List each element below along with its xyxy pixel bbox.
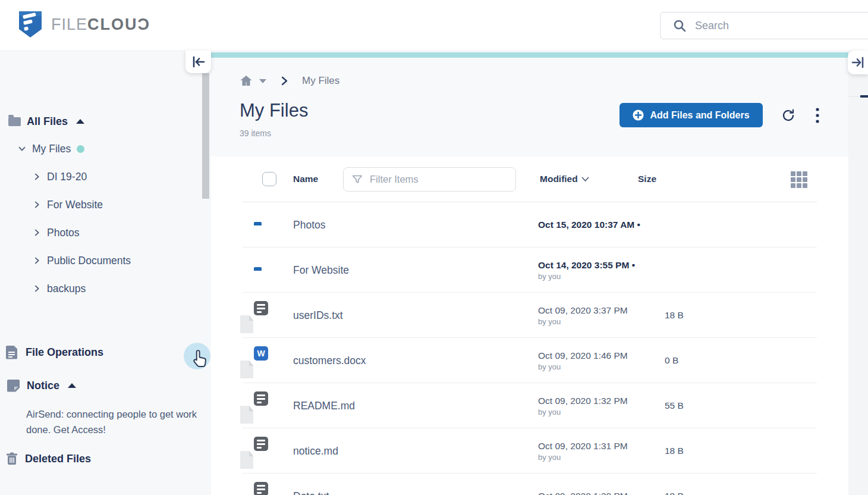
modified-by: by you — [538, 453, 669, 462]
logo-wordmark: FILECLOUƆ — [51, 15, 150, 34]
filecloud-shield-icon — [18, 10, 43, 39]
file-size: 0 B — [665, 355, 678, 366]
upload-progress-bar — [211, 52, 848, 58]
file-name[interactable]: userIDs.txt — [293, 309, 343, 322]
sort-chevron-icon — [581, 177, 589, 182]
file-size: 18 B — [665, 491, 684, 495]
home-caret-icon[interactable] — [259, 79, 266, 83]
all-files-label: All Files — [27, 115, 68, 128]
expand-right-icon — [851, 57, 864, 68]
sidebar-item-file-operations[interactable]: File Operations — [6, 343, 103, 361]
table-row[interactable]: README.mdOct 09, 2020 1:32 PMby you55 B — [211, 383, 848, 428]
sidebar-tree-item[interactable]: My Files — [18, 140, 84, 158]
select-all-checkbox[interactable] — [262, 172, 276, 186]
status-dot — [77, 145, 84, 153]
refresh-button[interactable] — [779, 106, 798, 125]
home-icon[interactable] — [238, 74, 254, 88]
collapse-caret-icon[interactable] — [76, 119, 84, 124]
sidebar-scrollbar[interactable] — [202, 73, 209, 199]
notice-banner-text[interactable]: AirSend: connecting people to get work d… — [26, 406, 202, 437]
file-name[interactable]: For Website — [293, 264, 349, 277]
right-rail-active-tab — [860, 95, 868, 98]
sidebar-item-notice[interactable]: Notice — [7, 377, 76, 394]
tree-item-label: For Website — [47, 199, 103, 211]
notice-label: Notice — [27, 380, 59, 392]
top-bar: FILECLOUƆ — [0, 0, 868, 51]
file-operations-label: File Operations — [26, 346, 103, 359]
file-name[interactable]: customers.docx — [293, 355, 366, 367]
tree-item-label: Photos — [47, 227, 79, 239]
table-row[interactable]: Wcustomers.docxOct 09, 2020 1:46 PMby yo… — [211, 338, 848, 383]
expand-right-panel-button[interactable] — [848, 51, 868, 74]
document-icon — [6, 346, 17, 359]
global-search[interactable] — [660, 12, 868, 39]
breadcrumb-current[interactable]: My Files — [302, 75, 339, 87]
modified-cell: Oct 09, 2020 1:30 PM — [538, 491, 669, 495]
folder-icon — [8, 117, 21, 126]
grid-view-button[interactable] — [791, 171, 807, 188]
kebab-icon — [816, 108, 819, 123]
sidebar-tree-item[interactable]: Public Documents — [33, 252, 131, 270]
more-options-button[interactable] — [808, 106, 827, 125]
modified-by: by you — [538, 272, 669, 281]
modified-cell: Oct 09, 2020 1:32 PMby you — [538, 396, 669, 416]
modified-cell: Oct 09, 2020 1:31 PMby you — [538, 441, 669, 462]
breadcrumb: My Files — [238, 74, 339, 88]
table-row[interactable]: notice.mdOct 09, 2020 1:31 PMby you18 B — [211, 428, 848, 474]
file-name[interactable]: Photos — [293, 219, 325, 231]
deleted-files-label: Deleted Files — [25, 453, 91, 465]
filter-input[interactable] — [370, 174, 508, 185]
table-row[interactable]: Data.txtOct 09, 2020 1:30 PM18 B — [211, 474, 848, 495]
search-input[interactable] — [695, 20, 868, 32]
sidebar-tree-item[interactable]: Photos — [33, 224, 79, 242]
sidebar-tree-item[interactable]: backups — [33, 280, 86, 297]
collapse-sidebar-button[interactable] — [185, 51, 211, 73]
refresh-icon — [781, 108, 795, 123]
collapse-left-icon — [192, 56, 205, 68]
filter-box[interactable] — [343, 167, 516, 192]
chevron-right-icon — [33, 284, 41, 293]
chevron-right-icon — [33, 228, 41, 237]
page-title: My Files — [240, 100, 308, 121]
chevron-right-icon — [33, 256, 41, 265]
sidebar-item-all-files[interactable]: All Files — [8, 112, 84, 130]
notice-collapse-caret-icon[interactable] — [68, 383, 76, 388]
file-size: 18 B — [665, 310, 684, 321]
grid-view-icon — [791, 171, 807, 188]
column-size[interactable]: Size — [638, 174, 656, 184]
column-name[interactable]: Name — [293, 174, 318, 184]
table-row[interactable]: userIDs.txtOct 09, 2020 3:37 PMby you18 … — [211, 293, 848, 338]
modified-cell: Oct 15, 2020 10:37 AM • — [538, 220, 669, 230]
tree-item-label: DI 19-20 — [47, 171, 87, 183]
filecloud-logo[interactable]: FILECLOUƆ — [18, 10, 150, 39]
sidebar-tree-item[interactable]: For Website — [33, 196, 103, 214]
add-files-label: Add Files and Folders — [650, 110, 749, 121]
modified-by: by you — [538, 362, 669, 371]
modified-cell: Oct 09, 2020 3:37 PMby you — [538, 305, 669, 326]
add-files-button[interactable]: Add Files and Folders — [619, 103, 763, 127]
sticky-note-icon — [7, 380, 20, 392]
file-rows: PhotosOct 15, 2020 10:37 AM •For Website… — [211, 202, 848, 495]
file-name[interactable]: notice.md — [293, 445, 338, 458]
breadcrumb-separator-icon — [280, 76, 288, 86]
main-panel: My Files My Files 39 items Add Files and… — [211, 51, 848, 495]
trash-icon — [6, 452, 18, 466]
file-size: 55 B — [665, 400, 684, 411]
search-icon — [661, 18, 695, 33]
table-row[interactable]: PhotosOct 15, 2020 10:37 AM • — [211, 202, 848, 248]
hand-cursor-icon — [189, 348, 209, 371]
tree-item-label: Public Documents — [47, 255, 131, 267]
sidebar-tree-item[interactable]: DI 19-20 — [33, 168, 87, 186]
file-name[interactable]: README.md — [293, 400, 355, 412]
sidebar: All Files My FilesDI 19-20For WebsitePho… — [0, 51, 211, 495]
column-modified[interactable]: Modified — [540, 174, 589, 184]
tree-item-label: backups — [47, 283, 86, 295]
file-name[interactable]: Data.txt — [293, 490, 329, 495]
right-rail — [848, 51, 868, 495]
sidebar-item-deleted-files[interactable]: Deleted Files — [6, 450, 91, 468]
table-row[interactable]: For WebsiteOct 14, 2020 3:55 PM •by you — [211, 248, 848, 293]
chevron-down-icon — [18, 145, 26, 153]
tree-item-label: My Files — [32, 143, 71, 155]
modified-label: Modified — [540, 174, 578, 184]
file-list-sheet: Name Modified Size PhotosOct 15, 2020 10… — [211, 156, 848, 495]
